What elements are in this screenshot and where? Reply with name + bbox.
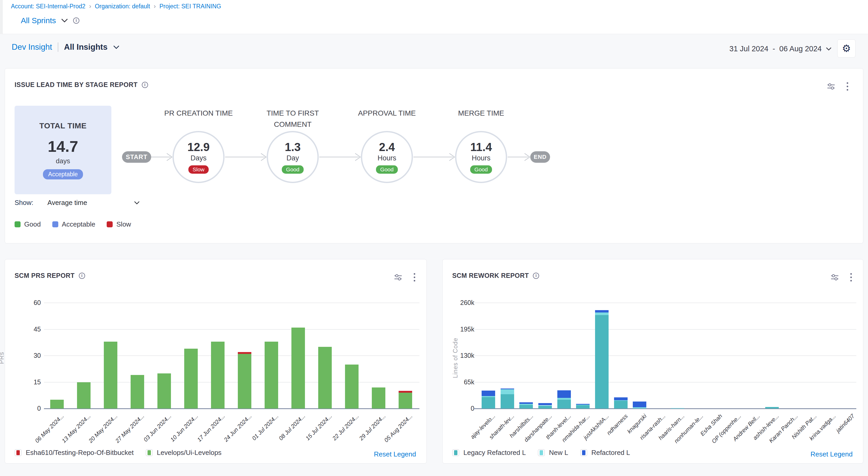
legend-color-swatch — [540, 450, 543, 455]
bar-segment[interactable] — [557, 398, 571, 399]
chart-legend-item[interactable]: Refactored L — [580, 449, 630, 457]
bar-segment[interactable] — [595, 310, 609, 313]
bar-segment[interactable] — [538, 406, 552, 409]
stage-circle[interactable]: 11.4HoursGood — [455, 131, 507, 183]
bar-segment[interactable] — [211, 341, 224, 409]
insight-selector[interactable]: All Insights — [64, 42, 107, 52]
bar-segment[interactable] — [482, 391, 495, 396]
stage-value: 2.4 — [379, 141, 395, 154]
breadcrumb-item[interactable]: Account: SEI-Internal-Prod2 — [11, 3, 85, 10]
bar-segment[interactable] — [238, 354, 251, 409]
info-icon: i — [142, 82, 148, 88]
legend-color-swatch — [52, 221, 58, 227]
filter-sliders-icon[interactable] — [827, 83, 835, 90]
chart-gridline — [473, 355, 856, 356]
bar-segment[interactable] — [104, 341, 117, 409]
y-axis-tick-label: 30 — [5, 352, 41, 359]
bar-segment[interactable] — [519, 405, 533, 409]
stage-unit: Days — [190, 154, 207, 162]
date-range-value[interactable]: 31 Jul 2024 - 06 Aug 2024 — [729, 44, 822, 53]
bar-segment[interactable] — [538, 403, 552, 406]
y-axis-tick-label: 260k — [442, 299, 474, 306]
bar-segment[interactable] — [519, 404, 533, 405]
stage-value: 12.9 — [187, 141, 210, 154]
date-range-picker[interactable]: 31 Jul 2024 - 06 Aug 2024 — [729, 44, 832, 53]
bar-segment[interactable] — [482, 397, 495, 409]
y-axis-tick-label: 0 — [442, 405, 474, 412]
insight-header: Dev Insight All Insights 31 Jul 2024 - 0… — [0, 34, 868, 63]
legend-color-swatch — [582, 450, 585, 455]
show-select-value[interactable]: Average time — [48, 199, 87, 207]
bar-segment[interactable] — [501, 388, 514, 389]
bar-segment[interactable] — [291, 328, 305, 409]
bar-segment[interactable] — [131, 375, 144, 409]
bar-segment[interactable] — [595, 315, 609, 409]
breadcrumb-item[interactable]: Organization: default — [95, 3, 150, 10]
y-axis-tick-label: 65k — [442, 378, 474, 386]
chart-gridline — [44, 329, 420, 330]
bar-segment[interactable] — [482, 396, 495, 397]
bar-segment[interactable] — [345, 364, 359, 409]
stage-circle[interactable]: 12.9DaysSlow — [173, 131, 224, 183]
chart-legend-item[interactable]: Legacy Refactored L — [452, 449, 526, 457]
bar-segment[interactable] — [614, 401, 628, 409]
chart-legend-item[interactable]: Esha610/Testing-Repo-Of-Bitbucket — [14, 449, 134, 457]
bar-segment[interactable] — [614, 400, 628, 401]
bar-segment[interactable] — [576, 404, 590, 405]
kebab-menu-icon[interactable] — [846, 82, 848, 91]
bar-segment[interactable] — [501, 389, 514, 394]
bar-segment[interactable] — [614, 397, 628, 400]
flow-connector-arrows — [5, 68, 864, 244]
chevron-down-icon[interactable] — [826, 47, 832, 51]
reset-legend-link[interactable]: Reset Legend — [374, 450, 416, 458]
stage-circle[interactable]: 2.4HoursGood — [361, 131, 413, 183]
insight-title[interactable]: Dev Insight — [12, 42, 52, 52]
bar-segment[interactable] — [372, 387, 385, 409]
bar-segment[interactable] — [633, 401, 646, 407]
bar-segment[interactable] — [557, 400, 571, 409]
bar-segment[interactable] — [318, 347, 332, 409]
chart-legend-item[interactable]: New L — [538, 449, 568, 457]
y-axis-tick-label: 15 — [5, 378, 41, 386]
breadcrumb-separator: › — [154, 3, 156, 10]
bar-segment[interactable] — [265, 341, 278, 409]
y-axis-label: PRs — [0, 352, 5, 364]
bar-segment[interactable] — [184, 349, 198, 409]
panel-title: ISSUE LEAD TIME BY STAGE REPORT — [14, 81, 137, 89]
stage-label: TIME TO FIRSTCOMMENT — [243, 108, 342, 130]
x-axis-tick-label: 27 May 2024... — [114, 413, 146, 444]
bar-segment[interactable] — [765, 407, 779, 409]
bar-segment[interactable] — [538, 406, 552, 406]
bar-segment[interactable] — [238, 352, 251, 354]
sprint-selector[interactable]: All Sprints — [21, 16, 56, 25]
bar-segment[interactable] — [399, 391, 412, 393]
legend-checkbox — [14, 449, 22, 456]
bar-segment[interactable] — [501, 394, 514, 409]
bar-segment[interactable] — [576, 405, 590, 405]
stage-status-badge: Slow — [188, 165, 209, 174]
settings-button[interactable]: ⚙ — [837, 39, 856, 58]
bar-segment[interactable] — [557, 390, 571, 398]
legend-checkbox — [538, 449, 545, 456]
breadcrumb-item[interactable]: Project: SEI TRAINING — [159, 3, 221, 10]
stage-circle[interactable]: 1.3DayGood — [267, 131, 319, 183]
bar-segment[interactable] — [399, 393, 412, 409]
chevron-down-icon[interactable] — [113, 45, 119, 49]
bar-segment[interactable] — [157, 374, 171, 409]
stage-label: PR CREATION TIME — [149, 108, 248, 119]
chevron-down-icon[interactable] — [134, 201, 140, 205]
bar-segment[interactable] — [671, 408, 684, 409]
chart-legend-item[interactable]: Levelops/Ui-Levelops — [146, 449, 222, 457]
bar-segment[interactable] — [595, 313, 609, 315]
bar-segment[interactable] — [633, 407, 646, 409]
legend-label: New L — [549, 449, 568, 457]
bar-segment[interactable] — [50, 400, 64, 409]
chevron-down-icon[interactable] — [61, 19, 68, 23]
x-axis-tick-label: 08 Jul 2024... — [278, 413, 307, 442]
bar-segment[interactable] — [576, 405, 590, 409]
bar-segment[interactable] — [77, 382, 91, 409]
stage-label: MERGE TIME — [432, 108, 530, 119]
x-axis-tick-label: jatin6407 — [835, 413, 856, 434]
reset-legend-link[interactable]: Reset Legend — [810, 450, 852, 458]
bar-segment[interactable] — [519, 402, 533, 404]
